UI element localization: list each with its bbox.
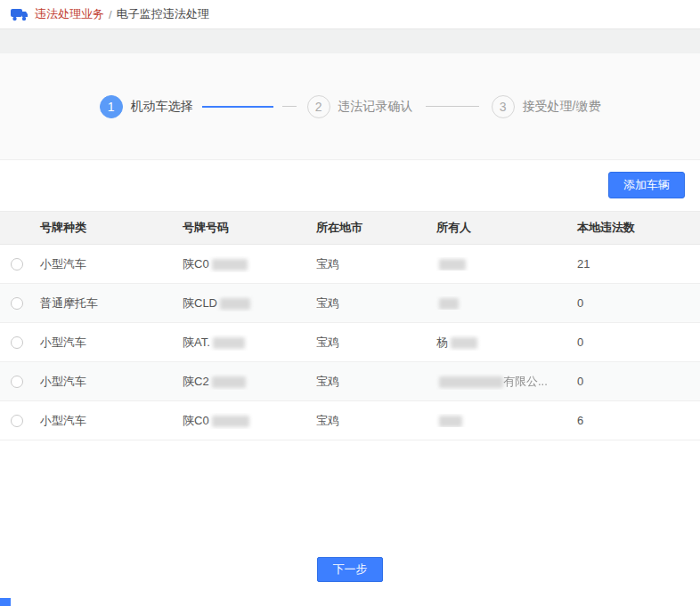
plate-prefix: 陕C0 — [183, 414, 209, 427]
footer: 下一步 — [0, 557, 700, 582]
vehicle-table: 号牌种类 号牌号码 所在地市 所有人 本地违法数 小型汽车 陕C0 宝鸡 21 … — [0, 211, 700, 440]
owner — [432, 296, 573, 310]
plate-number: 陕C0 — [178, 413, 312, 429]
plate-type: 小型汽车 — [36, 413, 178, 429]
owner — [432, 414, 573, 427]
step-payment: 3 接受处理/缴费 — [492, 95, 601, 118]
table-row: 小型汽车 陕C2 宝鸡 有限公... 0 — [0, 362, 700, 401]
table-row: 小型汽车 陕C0 宝鸡 6 — [0, 401, 700, 440]
plate-prefix: 陕C2 — [183, 375, 209, 388]
step-2-label: 违法记录确认 — [338, 99, 413, 115]
step-1-label: 机动车选择 — [131, 99, 193, 115]
step-2-circle: 2 — [307, 95, 330, 118]
truck-icon — [11, 8, 28, 21]
plate-prefix: 陕CLD — [183, 296, 217, 310]
corner-decoration — [0, 598, 11, 606]
table-row: 普通摩托车 陕CLD 宝鸡 0 — [0, 284, 700, 323]
plate-prefix: 陕C0 — [183, 257, 209, 271]
header-violations: 本地违法数 — [573, 220, 700, 236]
redacted-blur — [213, 337, 245, 349]
city: 宝鸡 — [312, 295, 432, 311]
vehicle-radio[interactable] — [11, 336, 23, 349]
violation-count: 0 — [573, 335, 700, 349]
redacted-blur — [212, 376, 246, 388]
owner: 杨 — [432, 335, 573, 351]
redacted-blur — [212, 259, 248, 271]
vehicle-radio[interactable] — [11, 376, 23, 388]
step-vehicle-select: 1 机动车选择 — [100, 95, 193, 118]
step-1-circle: 1 — [100, 95, 123, 118]
violation-count: 0 — [573, 375, 700, 388]
next-step-button[interactable]: 下一步 — [317, 557, 383, 582]
vehicle-radio[interactable] — [11, 297, 23, 310]
step-3-circle: 3 — [492, 95, 515, 118]
city: 宝鸡 — [312, 374, 432, 390]
vehicle-radio[interactable] — [11, 415, 23, 427]
violation-count: 6 — [573, 414, 700, 427]
redacted-blur — [439, 259, 466, 271]
spacer-strip — [0, 29, 700, 53]
plate-type: 普通摩托车 — [36, 295, 178, 311]
city: 宝鸡 — [312, 335, 432, 351]
header-plate-type: 号牌种类 — [36, 220, 178, 236]
redacted-blur — [439, 376, 503, 388]
add-vehicle-button[interactable]: 添加车辆 — [608, 172, 685, 198]
plate-number: 陕CLD — [178, 295, 312, 311]
step-connector-active — [202, 106, 273, 108]
table-row: 小型汽车 陕AT. 宝鸡 杨 0 — [0, 323, 700, 362]
redacted-blur — [439, 416, 462, 427]
breadcrumb-page: 电子监控违法处理 — [117, 6, 209, 22]
violation-count: 0 — [573, 296, 700, 310]
header-city: 所在地市 — [312, 220, 432, 236]
redacted-blur — [439, 298, 459, 310]
plate-number: 陕AT. — [178, 335, 312, 351]
stepper: 1 机动车选择 2 违法记录确认 3 接受处理/缴费 — [0, 53, 700, 160]
table-toolbar: 添加车辆 — [0, 160, 700, 211]
table-header-row: 号牌种类 号牌号码 所在地市 所有人 本地违法数 — [0, 211, 700, 245]
plate-prefix: 陕AT. — [183, 335, 210, 349]
vehicle-radio[interactable] — [11, 258, 23, 271]
plate-type: 小型汽车 — [36, 256, 178, 272]
step-connector-gap — [282, 106, 297, 107]
city: 宝鸡 — [312, 413, 432, 429]
city: 宝鸡 — [312, 256, 432, 272]
plate-number: 陕C2 — [178, 374, 312, 390]
table-row: 小型汽车 陕C0 宝鸡 21 — [0, 245, 700, 284]
breadcrumb-bar: 违法处理业务 / 电子监控违法处理 — [0, 0, 700, 29]
redacted-blur — [451, 337, 477, 349]
violation-count: 21 — [573, 257, 700, 271]
owner: 有限公... — [432, 374, 573, 390]
redacted-blur — [212, 416, 249, 427]
redacted-blur — [220, 298, 250, 310]
plate-type: 小型汽车 — [36, 335, 178, 351]
plate-type: 小型汽车 — [36, 374, 178, 390]
header-plate-number: 号牌号码 — [178, 220, 312, 236]
breadcrumb-separator: / — [109, 8, 112, 21]
header-owner: 所有人 — [432, 220, 573, 236]
owner-prefix: 杨 — [436, 335, 448, 349]
step-violation-confirm: 2 违法记录确认 — [307, 95, 413, 118]
owner-suffix: 有限公... — [503, 375, 548, 388]
step-connector — [426, 106, 479, 107]
plate-number: 陕C0 — [178, 256, 312, 272]
breadcrumb-section[interactable]: 违法处理业务 — [35, 6, 104, 22]
owner — [432, 257, 573, 271]
step-3-label: 接受处理/缴费 — [523, 99, 601, 115]
